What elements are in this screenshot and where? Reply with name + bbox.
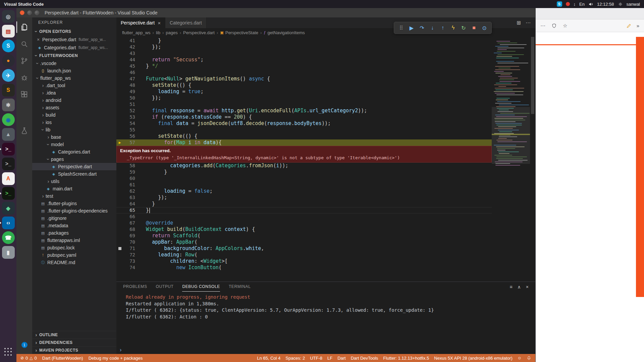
close-tab-icon[interactable]: × xyxy=(158,20,161,26)
activity-run-debug[interactable] xyxy=(16,69,32,86)
dock-firefox[interactable]: ● xyxy=(2,54,15,67)
continue-icon[interactable]: ▶ xyxy=(407,23,417,33)
tree-item-README.md[interactable]: ⓘREADME.md xyxy=(32,259,116,266)
section-maven-projects[interactable]: MAVEN PROJECTS xyxy=(32,346,116,354)
keyboard-layout[interactable]: En xyxy=(579,2,585,7)
code-line-55[interactable]: 55 xyxy=(116,127,492,133)
output-actions-icon[interactable]: ≡ xyxy=(509,284,512,290)
code-line-44[interactable]: 44 return "Seccuss"; xyxy=(116,57,492,63)
code-line-43[interactable]: 43 xyxy=(116,50,492,57)
record-indicator-icon[interactable] xyxy=(566,2,570,6)
console-input-prompt[interactable]: › xyxy=(120,347,121,353)
window-maximize-button[interactable] xyxy=(35,10,39,15)
dock-text-editor[interactable]: ▤ xyxy=(2,25,15,38)
stop-icon[interactable]: ■ xyxy=(469,23,479,33)
breadcrumb-pages[interactable]: pages xyxy=(166,30,177,35)
code-line-61[interactable]: 61 xyxy=(116,182,492,188)
activity-extensions[interactable] xyxy=(16,86,32,103)
close-panel-icon[interactable]: × xyxy=(526,284,529,290)
panel-tab-debug-console[interactable]: DEBUG CONSOLE xyxy=(182,282,220,292)
split-editor-icon[interactable]: ⊞ xyxy=(517,20,521,26)
hot-reload-icon[interactable]: ϟ xyxy=(448,23,458,33)
project-header[interactable]: FLUTTERWOODEN xyxy=(32,52,116,60)
activity-test-explorer[interactable] xyxy=(16,122,32,139)
section-dependencies[interactable]: DEPENDENCIES xyxy=(32,339,116,346)
browser-page[interactable] xyxy=(536,32,644,362)
code-line-50[interactable]: 50 }); xyxy=(116,95,492,101)
code-line-70[interactable]: 70 appBar: AppBar( xyxy=(116,239,492,245)
tree-item-lib[interactable]: lib xyxy=(32,126,116,133)
browser-highlighter[interactable] xyxy=(626,23,632,28)
tab-Perspective.dart[interactable]: Perspective.dart× xyxy=(116,17,165,28)
step-into-icon[interactable]: ↓ xyxy=(427,23,437,33)
code-line-56[interactable]: 56 setState(() { xyxy=(116,133,492,139)
dock-skype[interactable]: S xyxy=(2,40,15,52)
tree-item-Categories.dart[interactable]: ◈Categories.dart xyxy=(32,148,116,156)
dock-terminal-green[interactable]: >_ xyxy=(2,187,15,200)
code-line-49[interactable]: 49 loading = true; xyxy=(116,88,492,95)
code-line-48[interactable]: 48 setState(() { xyxy=(116,82,492,88)
window-minimize-button[interactable] xyxy=(27,10,32,15)
tab-Categories.dart[interactable]: Categories.dart xyxy=(165,17,207,28)
tree-item-.idea[interactable]: .idea xyxy=(32,89,116,97)
dock-telegram[interactable]: ✈ xyxy=(2,69,15,82)
editor-scrollbar[interactable] xyxy=(530,37,535,282)
dock-settings[interactable]: ✻ xyxy=(2,99,15,111)
minimap[interactable] xyxy=(492,37,530,282)
window-close-button[interactable] xyxy=(20,10,24,15)
activity-explorer[interactable] xyxy=(16,19,32,36)
widget-inspector-icon[interactable]: ⊙ xyxy=(479,23,489,33)
code-line-64[interactable]: 64 } xyxy=(116,201,492,207)
code-line-60[interactable]: 60 xyxy=(116,175,492,182)
debug-console-output[interactable]: Reload already in progress, ignoring req… xyxy=(116,292,535,354)
tree-item-utils[interactable]: utils xyxy=(32,178,116,185)
step-out-icon[interactable]: ↑ xyxy=(438,23,448,33)
dock-browser-green[interactable]: ◉ xyxy=(2,113,15,126)
code-line-73[interactable]: 73 children: <Widget>[ xyxy=(116,258,492,264)
code-editor[interactable]: 41 }42 });4344 return "Seccuss";45 } */4… xyxy=(116,37,535,282)
clock[interactable]: 12:12:58 xyxy=(597,2,614,7)
status-dart-devtools[interactable]: Dart DevTools xyxy=(351,356,378,361)
scrollbar-thumb[interactable] xyxy=(531,37,534,114)
skype-indicator-icon[interactable]: S xyxy=(557,1,562,7)
dock-terminal-black[interactable]: >_ xyxy=(2,158,15,170)
status-indentation[interactable]: Spaces: 2 xyxy=(285,356,305,361)
code-line-63[interactable]: 63 }); xyxy=(116,194,492,201)
status-notifications[interactable] xyxy=(527,356,531,360)
settings-icon[interactable] xyxy=(618,2,623,7)
code-line-42[interactable]: 42 }); xyxy=(116,44,492,50)
status-cursor-position[interactable]: Ln 65, Col 4 xyxy=(257,356,280,361)
breadcrumb-lib[interactable]: lib xyxy=(156,30,160,35)
breadcrumb-getNavigationItems[interactable]: ƒgetNavigationItems xyxy=(264,30,305,35)
dock-vscode[interactable]: ‹› xyxy=(2,217,15,229)
code-line-57[interactable]: ▶57 for(Map i in data){ xyxy=(116,139,492,146)
close-editor-icon[interactable]: × xyxy=(37,37,42,42)
dock-usb-creator[interactable]: ▮ xyxy=(2,246,15,259)
code-line-72[interactable]: 72 leading: Row( xyxy=(116,252,492,258)
dock-image-viewer[interactable]: ▲ xyxy=(2,128,15,141)
code-line-65[interactable]: 65 } xyxy=(116,207,492,214)
tree-item-.gitignore[interactable]: ▤.gitignore xyxy=(32,215,116,222)
tree-item-android[interactable]: android xyxy=(32,97,116,104)
code-line-66[interactable]: 66 xyxy=(116,214,492,220)
step-over-icon[interactable]: ↷ xyxy=(417,23,427,33)
restart-icon[interactable]: ↻ xyxy=(459,23,469,33)
tree-item-.flutter-plugins[interactable]: ▤.flutter-plugins xyxy=(32,200,116,207)
volume-icon[interactable] xyxy=(588,2,593,7)
tree-item-build[interactable]: build xyxy=(32,111,116,119)
code-line-59[interactable]: 59 } xyxy=(116,169,492,175)
status-eol[interactable]: LF xyxy=(327,356,332,361)
updown-indicator-icon[interactable]: ↕ xyxy=(574,2,576,7)
tree-item-SplashScreen.dart[interactable]: ◈SplashScreen.dart xyxy=(32,170,116,178)
browser-tracking-shield[interactable] xyxy=(551,23,557,28)
browser-page-actions[interactable]: ⋯ xyxy=(540,23,545,29)
activity-source-control[interactable] xyxy=(16,52,32,69)
breadcrumb-flutter_app_ws[interactable]: flutter_app_ws xyxy=(122,30,151,35)
status-debug-configuration[interactable]: Dart (FlutterWooden) xyxy=(42,356,83,361)
code-line-46[interactable]: 46 xyxy=(116,69,492,76)
tree-item-.flutter-plugins-dependencies[interactable]: ▤.flutter-plugins-dependencies xyxy=(32,207,116,215)
exception-widget[interactable]: Exception has occurred._TypeError (type … xyxy=(116,146,492,163)
breadcrumb-Perspective.dart[interactable]: Perspective.dart xyxy=(183,30,215,35)
dock-sublime-text[interactable]: S xyxy=(2,84,15,97)
tree-item-pubspec.lock[interactable]: ▤pubspec.lock xyxy=(32,244,116,251)
